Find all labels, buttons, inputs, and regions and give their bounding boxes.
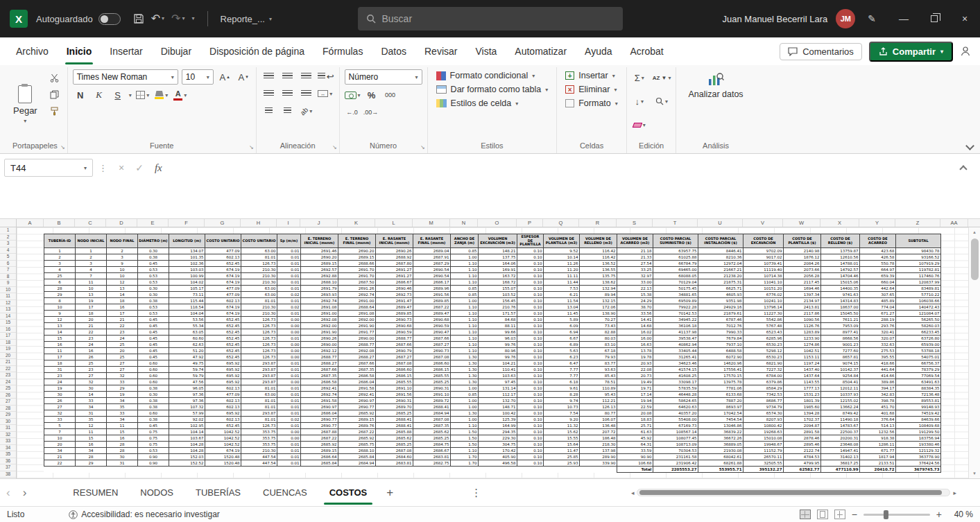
- table-cell[interactable]: [580, 467, 617, 473]
- table-cell[interactable]: 1.10: [451, 342, 479, 348]
- table-cell[interactable]: 110.41: [479, 367, 517, 373]
- table-cell[interactable]: 164.99: [479, 423, 517, 429]
- table-cell[interactable]: 68088.05: [653, 273, 698, 279]
- table-cell[interactable]: 2691.77: [338, 329, 376, 336]
- table-cell[interactable]: 23: [76, 367, 107, 373]
- table-cell[interactable]: 401.68: [860, 410, 896, 417]
- table-cell[interactable]: 63.00: [241, 392, 277, 398]
- autosum-icon[interactable]: Σ▾: [632, 71, 647, 85]
- table-cell[interactable]: 1.10: [451, 317, 479, 323]
- table-cell[interactable]: 0.45: [138, 423, 169, 429]
- table-cell[interactable]: 2682.75: [413, 460, 451, 467]
- table-cell[interactable]: 2690.46: [376, 286, 413, 292]
- table-cell[interactable]: 695.92: [205, 367, 241, 373]
- increase-font-icon[interactable]: A▴: [217, 70, 232, 84]
- table-cell[interactable]: 70.27: [580, 317, 617, 323]
- table-cell[interactable]: 2687.27: [413, 342, 451, 348]
- table-cell[interactable]: 1.00: [451, 254, 479, 261]
- row-header-21[interactable]: 21: [0, 359, 16, 366]
- table-cell[interactable]: 2689.72: [413, 398, 451, 404]
- sheet-tab-costos[interactable]: COSTOS: [318, 479, 379, 506]
- table-cell[interactable]: 55408.00: [653, 417, 698, 423]
- table-cell[interactable]: 0.30: [138, 286, 169, 292]
- table-cell[interactable]: 63.00: [241, 286, 277, 292]
- table-cell[interactable]: 0.53: [138, 311, 169, 317]
- row-header-3[interactable]: 3: [0, 241, 16, 247]
- table-cell[interactable]: 22.13: [617, 286, 653, 292]
- table-cell[interactable]: 61025.88: [653, 254, 698, 261]
- table-cell[interactable]: 4799.95: [784, 460, 821, 467]
- table-cell[interactable]: 2685.75: [338, 442, 376, 448]
- table-cell[interactable]: 1.10: [451, 304, 479, 311]
- sheet-nav-left-icon[interactable]: ‹: [0, 486, 17, 500]
- table-cell[interactable]: 68261.88: [698, 460, 743, 467]
- table-cell[interactable]: 0.10: [517, 329, 544, 336]
- table-cell[interactable]: 2117.45: [784, 279, 821, 286]
- table-cell[interactable]: 152.03: [169, 454, 205, 460]
- table-cell[interactable]: 104.02: [169, 279, 205, 286]
- table-cell[interactable]: 0.60: [138, 367, 169, 373]
- table-cell[interactable]: 6: [44, 279, 76, 286]
- column-header-M[interactable]: M: [413, 219, 450, 227]
- accessibility-status[interactable]: Accesibilidad: es necesario investigar: [69, 510, 219, 519]
- sheet-tab-nodos[interactable]: NODOS: [129, 479, 184, 506]
- table-cell[interactable]: 1.10: [451, 423, 479, 429]
- table-cell[interactable]: 34: [76, 448, 107, 454]
- table-cell[interactable]: 674.19: [205, 311, 241, 317]
- table-cell[interactable]: 2692.88: [301, 273, 338, 279]
- table-cell[interactable]: 27.54: [617, 261, 653, 267]
- table-cell[interactable]: 26: [76, 354, 107, 360]
- table-cell[interactable]: 6.94: [544, 329, 580, 336]
- table-cell[interactable]: 26570.11: [743, 454, 784, 460]
- select-all-corner[interactable]: [0, 219, 17, 227]
- table-cell[interactable]: 19.78: [617, 354, 653, 360]
- table-cell[interactable]: 67169.73: [653, 423, 698, 429]
- table-cell[interactable]: 376.64: [860, 417, 896, 423]
- table-cell[interactable]: 9734.79: [743, 404, 784, 410]
- table-cell[interactable]: 2688.66: [338, 261, 376, 267]
- underline-button[interactable]: S: [110, 88, 126, 102]
- ribbon-tab-revisar[interactable]: Revisar: [415, 37, 466, 65]
- table-cell[interactable]: [413, 467, 451, 473]
- table-cell[interactable]: 320.41: [860, 329, 896, 336]
- zoom-slider-thumb[interactable]: [884, 510, 888, 519]
- table-cell[interactable]: 18: [107, 298, 138, 304]
- table-cell[interactable]: 25: [76, 360, 107, 367]
- table-cell[interactable]: 17: [107, 311, 138, 317]
- table-cell[interactable]: 33405.44: [653, 348, 698, 354]
- table-cell[interactable]: 652.45: [205, 423, 241, 429]
- table-cell[interactable]: 6379.86: [743, 379, 784, 385]
- table-cell[interactable]: 8210.36: [698, 254, 743, 261]
- table-cell[interactable]: 2692.41: [301, 385, 338, 392]
- table-cell[interactable]: 99148.93: [896, 404, 941, 410]
- table-cell[interactable]: 57.99: [169, 410, 205, 417]
- table-cell[interactable]: 0.60: [138, 379, 169, 385]
- table-cell[interactable]: 11119.40: [743, 267, 784, 273]
- table-cell[interactable]: 0.10: [517, 423, 544, 429]
- table-cell[interactable]: 485.89: [860, 298, 896, 304]
- table-cell[interactable]: 70129.04: [653, 279, 698, 286]
- table-cell[interactable]: 23: [44, 373, 76, 379]
- ribbon-tab-vista[interactable]: Vista: [466, 37, 506, 65]
- table-cell[interactable]: 27: [107, 360, 138, 367]
- table-cell[interactable]: 106.68: [617, 460, 653, 467]
- sheet-tab-tuberías[interactable]: TUBERÍAS: [184, 479, 252, 506]
- table-cell[interactable]: 2692.12: [301, 348, 338, 354]
- table-cell[interactable]: 78.51: [580, 379, 617, 385]
- table-cell[interactable]: [517, 467, 544, 473]
- table-cell[interactable]: 477.09: [205, 292, 241, 298]
- table-cell[interactable]: 2690.26: [301, 336, 338, 342]
- column-header-Z[interactable]: Z: [895, 219, 940, 227]
- dialog-launcher-icon[interactable]: ↘: [332, 144, 337, 150]
- row-header-6[interactable]: 6: [0, 261, 16, 268]
- table-cell[interactable]: 104.04: [169, 311, 205, 317]
- table-cell[interactable]: 11227.30: [743, 311, 784, 317]
- table-cell[interactable]: [205, 467, 241, 473]
- table-cell[interactable]: 2686.15: [413, 367, 451, 373]
- table-cell[interactable]: 2084.26: [784, 261, 821, 267]
- table-cell[interactable]: 7.77: [544, 367, 580, 373]
- table-cell[interactable]: 9: [44, 311, 76, 317]
- table-cell[interactable]: 14: [44, 329, 76, 336]
- table-cell[interactable]: 8668.56: [821, 336, 860, 342]
- table-cell[interactable]: 2690.31: [413, 385, 451, 392]
